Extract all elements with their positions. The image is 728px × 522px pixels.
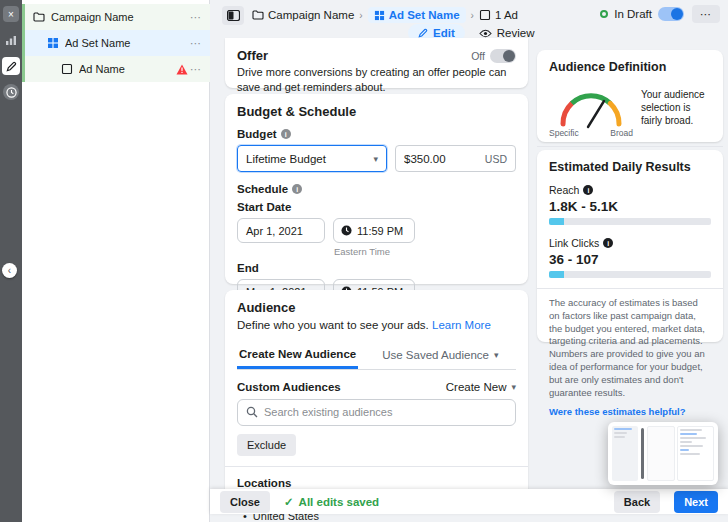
minimap-center-column — [647, 426, 675, 481]
caret-down-icon: ▾ — [494, 350, 499, 360]
budget-label: Budget — [237, 128, 277, 140]
warning-icon — [176, 64, 188, 75]
next-button[interactable]: Next — [674, 491, 718, 513]
chevron-right-icon: › — [471, 10, 474, 21]
info-icon[interactable]: i — [603, 238, 613, 248]
audience-definition-card: Audience Definition Specific Broad Your … — [537, 50, 723, 142]
minimap-scrollbar — [641, 428, 644, 479]
reach-value: 1.8K - 5.1K — [549, 199, 711, 214]
sidebar-toggle-icon[interactable] — [222, 6, 244, 25]
audience-search-input[interactable] — [264, 406, 507, 418]
audience-title: Audience — [237, 300, 516, 315]
caret-down-icon: ▾ — [373, 154, 378, 164]
tree-item-label: Ad Set Name — [65, 37, 188, 49]
header-menu-button[interactable]: ⋯ — [692, 5, 720, 23]
divider — [225, 466, 528, 467]
tree-item-adset[interactable]: Ad Set Name ⋯ — [22, 30, 210, 56]
divider — [537, 288, 723, 289]
estimates-disclaimer: The accuracy of estimates is based on fa… — [549, 297, 711, 400]
square-icon — [61, 63, 73, 75]
start-time-input[interactable]: 11:59 PM — [333, 218, 415, 243]
divider — [537, 146, 723, 147]
create-new-label: Create New — [446, 381, 507, 393]
audience-definition-title: Audience Definition — [549, 60, 711, 74]
caret-down-icon: ▾ — [511, 382, 516, 392]
budget-card: Budget & Schedule Budget i Lifetime Budg… — [225, 94, 528, 284]
breadcrumb-ad[interactable]: 1 Ad — [479, 9, 518, 21]
offer-toggle[interactable] — [490, 49, 516, 63]
folder-icon — [33, 11, 45, 23]
clock-icon[interactable] — [3, 84, 19, 100]
estimates-helpful-link[interactable]: Were these estimates helpful? — [549, 406, 686, 417]
close-icon[interactable]: × — [3, 6, 19, 22]
minimap-left-panel — [612, 426, 638, 481]
start-time-value: 11:59 PM — [357, 225, 403, 237]
info-icon[interactable]: i — [583, 185, 593, 195]
exclude-button[interactable]: Exclude — [237, 434, 296, 456]
audience-definition-note: Your audience selection is fairly broad. — [641, 82, 711, 138]
budget-type-value: Lifetime Budget — [246, 153, 326, 165]
search-icon — [246, 406, 258, 418]
link-clicks-value: 36 - 107 — [549, 252, 711, 267]
back-button[interactable]: Back — [614, 491, 660, 513]
collapse-panel-icon[interactable]: ‹ — [2, 263, 17, 278]
info-icon[interactable]: i — [281, 129, 291, 139]
link-clicks-label: Link Clicks — [549, 237, 599, 249]
tree-item-campaign[interactable]: Campaign Name ⋯ — [22, 4, 210, 30]
budget-amount-box: USD — [395, 145, 516, 172]
row-menu-icon[interactable]: ⋯ — [188, 63, 204, 76]
start-date-input[interactable]: Apr 1, 2021 — [237, 218, 325, 243]
save-status: ✓ All edits saved — [284, 495, 379, 509]
offer-description: Drive more conversions by creating an of… — [237, 65, 516, 95]
estimated-results-card: Estimated Daily Results Reach i 1.8K - 5… — [537, 150, 723, 342]
budget-type-select[interactable]: Lifetime Budget ▾ — [237, 145, 387, 172]
link-clicks-bar — [549, 271, 711, 278]
end-date-label: End — [237, 262, 516, 274]
budget-amount-input[interactable] — [404, 153, 484, 165]
gauge-label-broad: Broad — [610, 128, 633, 138]
grid-icon — [47, 37, 59, 49]
schedule-label: Schedule — [237, 183, 288, 195]
offer-toggle-label: Off — [471, 50, 485, 62]
gauge-label-specific: Specific — [549, 128, 579, 138]
tab-use-saved-label: Use Saved Audience — [382, 349, 489, 361]
page-minimap-preview[interactable] — [608, 422, 718, 485]
audience-tabs: Create New Audience Use Saved Audience ▾ — [237, 344, 516, 370]
chevron-right-icon: › — [359, 10, 362, 21]
breadcrumb-adset[interactable]: Ad Set Name — [368, 7, 466, 23]
grid-icon — [374, 10, 385, 21]
tree-item-label: Ad Name — [79, 63, 176, 75]
timezone-label: Eastern Time — [334, 246, 516, 257]
row-menu-icon[interactable]: ⋯ — [188, 11, 204, 24]
info-icon[interactable]: i — [292, 184, 302, 194]
minimap-right-column — [677, 426, 714, 481]
gauge-meter: Specific Broad — [549, 82, 633, 138]
bar-chart-icon[interactable] — [3, 32, 19, 48]
breadcrumb-campaign[interactable]: Campaign Name — [252, 9, 354, 21]
tab-use-saved-audience[interactable]: Use Saved Audience ▾ — [380, 344, 500, 369]
reach-bar — [549, 218, 711, 225]
breadcrumb-ad-label: 1 Ad — [495, 9, 518, 21]
save-status-label: All edits saved — [299, 496, 380, 508]
breadcrumb-adset-label: Ad Set Name — [389, 9, 460, 21]
draft-toggle[interactable] — [658, 7, 684, 21]
row-menu-icon[interactable]: ⋯ — [188, 37, 204, 50]
tree-item-ad[interactable]: Ad Name ⋯ — [22, 56, 210, 82]
left-icon-rail: × ‹ — [0, 0, 22, 522]
create-new-dropdown[interactable]: Create New ▾ — [446, 381, 516, 393]
breadcrumb: Campaign Name › Ad Set Name › 1 Ad — [252, 7, 518, 23]
tree-item-label: Campaign Name — [51, 11, 188, 23]
tab-create-new-audience[interactable]: Create New Audience — [237, 344, 358, 369]
locations-title: Locations — [237, 477, 516, 489]
pencil-icon[interactable] — [2, 57, 20, 75]
close-button[interactable]: Close — [220, 491, 270, 513]
offer-title: Offer — [237, 48, 268, 63]
custom-audiences-label: Custom Audiences — [237, 381, 341, 393]
folder-icon — [252, 9, 264, 21]
audience-learn-more-link[interactable]: Learn More — [432, 319, 491, 331]
reach-label: Reach — [549, 184, 579, 196]
budget-section-title: Budget & Schedule — [237, 104, 516, 119]
footer-bar: Close ✓ All edits saved Back Next — [210, 489, 728, 514]
ads-manager-window: × ‹ Campaign Name ⋯ Ad Set Name ⋯ Ad Nam… — [0, 0, 728, 522]
audience-subtitle: Define who you want to see your ads. — [237, 319, 429, 331]
